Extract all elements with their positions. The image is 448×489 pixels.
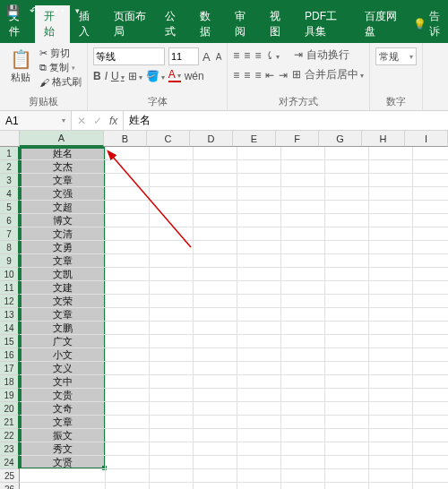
column-header[interactable]: B [104,131,147,147]
decrease-font-icon[interactable]: A [216,52,222,62]
cell[interactable]: 文义 [20,362,106,375]
tab-view[interactable]: 视图 [261,5,296,43]
cell[interactable]: 秀文 [20,442,106,456]
row-header[interactable]: 25 [0,469,20,483]
row-header[interactable]: 18 [0,375,20,389]
cut-button[interactable]: ✂剪切 [39,47,82,60]
cell[interactable]: 文贵 [20,389,106,402]
worksheet[interactable]: ABCDEFGHI 123456789101112131415161718192… [0,131,448,489]
row-header[interactable]: 11 [0,281,20,295]
row-header[interactable]: 1 [0,147,20,160]
undo-icon[interactable]: ↶ [25,2,43,20]
row-header[interactable]: 9 [0,254,20,268]
row-header[interactable]: 19 [0,389,20,402]
font-size-input[interactable] [168,47,199,65]
row-header[interactable]: 6 [0,214,20,227]
align-middle-icon[interactable]: ≡ [244,49,250,62]
row-header[interactable]: 20 [0,402,20,416]
tab-review[interactable]: 审阅 [226,5,261,43]
row-header[interactable]: 2 [0,160,20,174]
cell[interactable]: 文建 [20,281,106,295]
font-color-button[interactable]: A [168,70,181,82]
fill-color-button[interactable]: 🪣 [146,70,165,82]
column-header[interactable]: I [405,131,448,147]
tab-pdf[interactable]: PDF工具集 [296,5,356,43]
number-format-select[interactable]: 常规▾ [375,47,417,65]
cell[interactable]: 文勇 [20,241,106,254]
column-header[interactable]: H [362,131,405,147]
phonetic-button[interactable]: wén [185,70,204,82]
cell[interactable]: 文章 [20,308,106,322]
align-left-icon[interactable]: ≡ [233,69,239,82]
row-header[interactable]: 26 [0,483,20,489]
tell-me[interactable]: 💡告诉 [408,5,448,43]
align-bottom-icon[interactable]: ≡ [254,49,261,62]
format-painter-button[interactable]: 🖌格式刷 [39,75,82,89]
fx-icon[interactable]: fx [109,115,117,127]
cell[interactable]: 文奇 [20,402,106,416]
row-header[interactable]: 3 [0,174,20,187]
row-header[interactable]: 8 [0,241,20,254]
column-header[interactable]: C [147,131,190,147]
cell[interactable]: 文章 [20,254,106,268]
qat-more-icon[interactable]: ▾ [68,2,86,20]
row-header[interactable]: 24 [0,456,20,469]
align-top-icon[interactable]: ≡ [233,49,239,62]
orientation-icon[interactable]: ⤹ [265,49,280,62]
formula-input[interactable]: 姓名 [124,111,448,130]
cell[interactable]: 文章 [20,174,106,187]
copy-button[interactable]: ⧉复制▾ [39,61,82,74]
save-icon[interactable]: 💾 [4,2,22,20]
redo-icon[interactable]: ↷▾ [47,2,65,20]
cell[interactable]: 文贤 [20,456,106,469]
cell[interactable]: 博文 [20,214,106,227]
paste-button[interactable]: 📋 粘贴 [5,45,36,84]
row-header[interactable]: 12 [0,295,20,308]
column-header[interactable]: D [190,131,233,147]
italic-button[interactable]: I [105,70,108,82]
cell[interactable]: 文中 [20,375,106,389]
row-header[interactable]: 10 [0,268,20,281]
column-header[interactable]: A [20,131,104,147]
tab-data[interactable]: 数据 [191,5,226,43]
bold-button[interactable]: B [93,70,101,82]
tab-baidu[interactable]: 百度网盘 [356,5,408,43]
row-header[interactable]: 23 [0,442,20,456]
row-header[interactable]: 21 [0,416,20,429]
row-header[interactable]: 16 [0,348,20,362]
cell[interactable]: 振文 [20,429,106,442]
cancel-icon[interactable]: ✕ [77,115,86,127]
font-name-input[interactable] [93,47,165,65]
align-right-icon[interactable]: ≡ [254,69,261,82]
row-header[interactable]: 7 [0,227,20,241]
cell[interactable]: 文鹏 [20,322,106,335]
cell[interactable]: 广文 [20,335,106,348]
row-header[interactable]: 4 [0,187,20,201]
align-center-icon[interactable]: ≡ [244,69,250,82]
cell[interactable]: 文凯 [20,268,106,281]
select-all-corner[interactable] [0,131,20,147]
enter-icon[interactable]: ✓ [93,115,102,127]
column-header[interactable]: E [233,131,276,147]
row-header[interactable]: 14 [0,322,20,335]
border-button[interactable]: ⊞ [128,70,142,82]
cell[interactable]: 文强 [20,187,106,201]
cell[interactable]: 文章 [20,416,106,429]
column-header[interactable]: G [319,131,362,147]
cell[interactable]: 文超 [20,201,106,214]
name-box[interactable]: A1▾ [0,111,72,130]
row-header[interactable]: 22 [0,429,20,442]
underline-button[interactable]: U [111,70,125,82]
row-header[interactable]: 5 [0,201,20,214]
decrease-indent-icon[interactable]: ⇤ [265,69,274,82]
wrap-text-button[interactable]: ⇥ 自动换行 [294,47,349,63]
row-header[interactable]: 17 [0,362,20,375]
column-header[interactable]: F [276,131,319,147]
cell[interactable]: 小文 [20,348,106,362]
increase-indent-icon[interactable]: ⇥ [279,69,288,82]
cell[interactable]: 文荣 [20,295,106,308]
cell[interactable]: 文清 [20,227,106,241]
increase-font-icon[interactable]: A [202,50,211,64]
cell[interactable]: 文杰 [20,160,106,174]
tab-formulas[interactable]: 公式 [156,5,191,43]
